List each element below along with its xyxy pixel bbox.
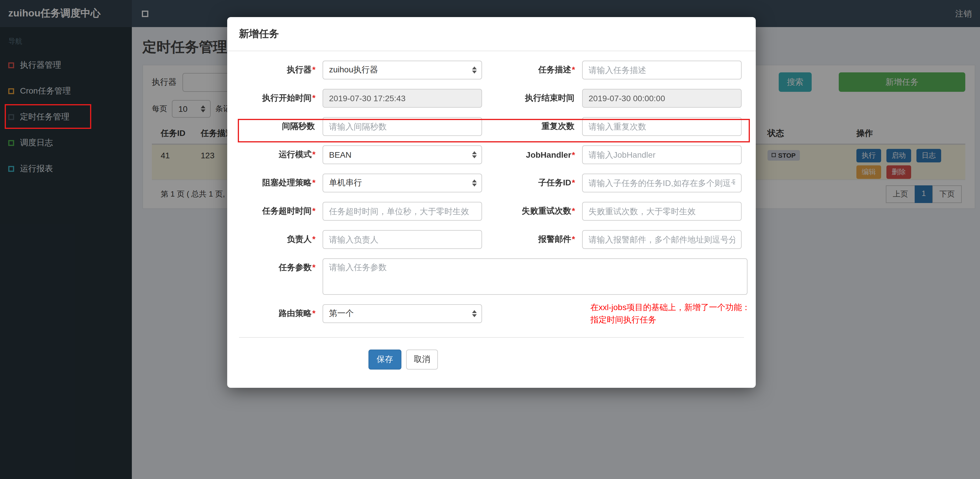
timeout-label: 任务超时时间*	[239, 206, 315, 216]
child-job-id-input[interactable]	[582, 173, 741, 193]
select-caret-icon	[472, 310, 477, 317]
route-strategy-label: 路由策略*	[239, 308, 315, 319]
job-desc-label: 任务描述*	[482, 65, 575, 75]
form-row: 间隔秒数 重复次数	[227, 117, 756, 136]
owner-label: 负责人*	[239, 234, 315, 245]
app-root: zuihou任务调度中心 注销 导航 执行器管理 Cron任务管理 定时任务管理…	[0, 0, 980, 479]
modal-footer: 保存 取消	[227, 350, 756, 369]
save-button[interactable]: 保存	[369, 350, 401, 369]
form-row: 阻塞处理策略* 单机串行 子任务ID*	[227, 173, 756, 193]
modal-header: 新增任务	[227, 17, 756, 51]
add-task-modal: 新增任务 执行器* zuihou执行器 任务描述* 执行开始时间* 执行结束时间	[227, 17, 756, 388]
jobhandler-input[interactable]	[582, 145, 741, 164]
repeat-count-input[interactable]	[582, 117, 741, 136]
alarm-email-label: 报警邮件*	[482, 234, 575, 245]
interval-seconds-input[interactable]	[323, 117, 482, 136]
retry-count-label: 失败重试次数*	[482, 206, 575, 216]
form-row: 执行器* zuihou执行器 任务描述*	[227, 60, 756, 80]
select-caret-icon	[472, 67, 477, 73]
start-time-label: 执行开始时间*	[239, 93, 315, 103]
run-mode-select[interactable]: BEAN	[323, 145, 482, 164]
timeout-input[interactable]	[323, 202, 482, 221]
select-caret-icon	[472, 151, 477, 158]
feature-note: 在xxl-jobs项目的基础上，新增了一个功能： 指定时间执行任务	[590, 301, 750, 326]
form-row: 执行开始时间* 执行结束时间	[227, 89, 756, 108]
form-row: 路由策略* 第一个 在xxl-jobs项目的基础上，新增了一个功能： 指定时间执…	[227, 304, 756, 323]
child-job-id-label: 子任务ID*	[482, 178, 575, 188]
owner-input[interactable]	[323, 230, 482, 249]
modal-title: 新增任务	[239, 27, 744, 41]
repeat-count-label: 重复次数	[482, 121, 575, 132]
jobhandler-label: JobHandler*	[482, 150, 575, 159]
job-params-textarea[interactable]	[323, 258, 748, 295]
block-strategy-select[interactable]: 单机串行	[323, 173, 482, 193]
form-row: 负责人* 报警邮件*	[227, 230, 756, 249]
alarm-email-input[interactable]	[582, 230, 741, 249]
end-time-input[interactable]	[582, 89, 741, 108]
job-params-label: 任务参数*	[239, 258, 315, 273]
start-time-input[interactable]	[323, 89, 482, 108]
form-row: 任务参数*	[227, 258, 756, 295]
cancel-button[interactable]: 取消	[406, 350, 438, 369]
retry-count-input[interactable]	[582, 202, 741, 221]
run-mode-label: 运行模式*	[239, 150, 315, 160]
form-row: 任务超时时间* 失败重试次数*	[227, 202, 756, 221]
select-caret-icon	[472, 180, 477, 186]
end-time-label: 执行结束时间	[482, 93, 575, 103]
executor-label: 执行器*	[239, 65, 315, 75]
modal-footer-divider	[239, 337, 744, 338]
block-strategy-label: 阻塞处理策略*	[239, 178, 315, 188]
executor-select[interactable]: zuihou执行器	[323, 60, 482, 80]
form-row: 运行模式* BEAN JobHandler*	[227, 145, 756, 164]
interval-seconds-label: 间隔秒数	[239, 121, 315, 132]
route-strategy-select[interactable]: 第一个	[323, 304, 482, 323]
modal-body: 执行器* zuihou执行器 任务描述* 执行开始时间* 执行结束时间 间隔秒数	[227, 51, 756, 369]
job-desc-input[interactable]	[582, 60, 741, 80]
